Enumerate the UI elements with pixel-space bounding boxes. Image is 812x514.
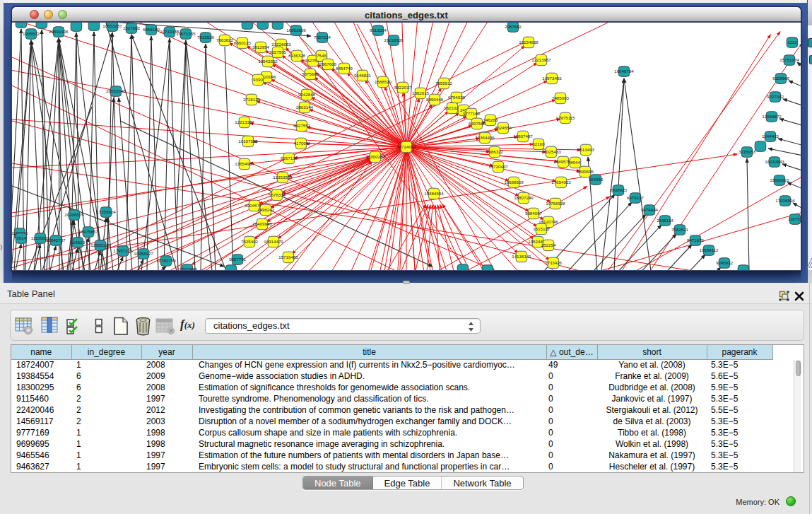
svg-text:1498242: 1498242 bbox=[257, 207, 275, 212]
svg-text:8944: 8944 bbox=[570, 160, 580, 165]
svg-text:16053809: 16053809 bbox=[286, 28, 306, 33]
svg-text:9245612: 9245612 bbox=[716, 260, 734, 265]
svg-text:9474444: 9474444 bbox=[641, 207, 659, 212]
svg-text:3215953: 3215953 bbox=[739, 149, 756, 154]
svg-text:8990448: 8990448 bbox=[426, 97, 444, 102]
svg-text:19218506: 19218506 bbox=[384, 37, 404, 42]
svg-text:6479197: 6479197 bbox=[627, 195, 645, 200]
svg-text:12942737: 12942737 bbox=[46, 238, 66, 243]
svg-text:19756928: 19756928 bbox=[546, 201, 565, 206]
svg-text:20691406: 20691406 bbox=[49, 29, 69, 34]
svg-text:13654987: 13654987 bbox=[235, 161, 254, 166]
svg-text:9242848: 9242848 bbox=[298, 92, 316, 97]
svg-text:8660123: 8660123 bbox=[234, 40, 252, 45]
svg-text:9427552: 9427552 bbox=[293, 123, 311, 128]
svg-text:8136328: 8136328 bbox=[288, 53, 306, 58]
svg-text:16648784: 16648784 bbox=[614, 69, 634, 74]
svg-text:23226053: 23226053 bbox=[271, 42, 291, 47]
svg-text:18724007: 18724007 bbox=[396, 144, 416, 149]
svg-text:1615112: 1615112 bbox=[533, 226, 550, 231]
svg-text:9227342: 9227342 bbox=[767, 94, 784, 99]
svg-text:5322037: 5322037 bbox=[394, 85, 412, 90]
svg-text:1905572: 1905572 bbox=[23, 31, 40, 36]
svg-text:7546: 7546 bbox=[317, 53, 326, 58]
svg-text:8471676: 8471676 bbox=[687, 238, 705, 243]
svg-text:12505175: 12505175 bbox=[90, 243, 110, 247]
svg-text:1112: 1112 bbox=[788, 40, 797, 45]
svg-text:7663822: 7663822 bbox=[216, 37, 234, 42]
svg-text:16154838: 16154838 bbox=[519, 40, 539, 45]
svg-text:6794028: 6794028 bbox=[448, 95, 466, 100]
svg-text:10671355: 10671355 bbox=[176, 31, 196, 36]
svg-text:16914479: 16914479 bbox=[264, 239, 283, 244]
svg-text:2803144: 2803144 bbox=[296, 105, 314, 110]
svg-text:12213957: 12213957 bbox=[531, 57, 551, 62]
svg-text:8938923: 8938923 bbox=[610, 187, 628, 192]
svg-text:1588520: 1588520 bbox=[375, 79, 392, 84]
svg-text:3914: 3914 bbox=[16, 235, 26, 240]
svg-text:2718129: 2718129 bbox=[243, 97, 261, 102]
svg-text:116753: 116753 bbox=[788, 216, 801, 221]
svg-text:17654923: 17654923 bbox=[551, 180, 571, 185]
svg-text:17359924: 17359924 bbox=[96, 209, 116, 214]
svg-text:1527602: 1527602 bbox=[123, 25, 141, 30]
svg-text:15720407: 15720407 bbox=[488, 164, 508, 169]
svg-text:1733426: 1733426 bbox=[545, 260, 563, 265]
svg-text:417006: 417006 bbox=[294, 141, 309, 146]
svg-text:9390: 9390 bbox=[253, 77, 263, 82]
svg-text:16210643: 16210643 bbox=[765, 159, 784, 164]
svg-text:12353594: 12353594 bbox=[273, 175, 293, 180]
svg-text:9699695: 9699695 bbox=[577, 169, 594, 174]
svg-text:9327505: 9327505 bbox=[269, 49, 287, 54]
svg-text:7986322: 7986322 bbox=[486, 149, 504, 154]
svg-text:62160: 62160 bbox=[532, 141, 545, 146]
svg-text:25300203: 25300203 bbox=[365, 154, 385, 159]
svg-text:9146821: 9146821 bbox=[354, 73, 372, 78]
svg-text:10688609: 10688609 bbox=[504, 180, 524, 185]
svg-text:9657791: 9657791 bbox=[229, 257, 247, 262]
svg-text:10973493: 10973493 bbox=[542, 76, 562, 81]
svg-text:21364436: 21364436 bbox=[475, 135, 495, 140]
svg-text:2967608: 2967608 bbox=[319, 62, 337, 66]
svg-text:18807249: 18807249 bbox=[514, 195, 534, 200]
svg-text:10653257: 10653257 bbox=[102, 23, 122, 28]
svg-text:2935114: 2935114 bbox=[657, 218, 673, 223]
svg-text:6466160: 6466160 bbox=[143, 27, 160, 32]
svg-text:10975857: 10975857 bbox=[78, 229, 98, 234]
svg-text:3875685: 3875685 bbox=[302, 71, 319, 76]
svg-text:7955812: 7955812 bbox=[435, 81, 453, 86]
svg-text:3912954: 3912954 bbox=[252, 45, 270, 49]
svg-text:15692921: 15692921 bbox=[770, 177, 789, 182]
svg-text:20206576: 20206576 bbox=[64, 212, 84, 217]
svg-text:10107553: 10107553 bbox=[238, 139, 258, 144]
svg-text:10025433: 10025433 bbox=[541, 149, 561, 154]
svg-text:9084067: 9084067 bbox=[525, 211, 543, 216]
svg-text:12923448: 12923448 bbox=[177, 267, 197, 270]
svg-text:17957223: 17957223 bbox=[113, 248, 133, 253]
svg-text:1362615: 1362615 bbox=[412, 90, 430, 95]
svg-text:19384554: 19384554 bbox=[424, 191, 444, 196]
svg-text:7932621: 7932621 bbox=[671, 227, 689, 232]
svg-text:10807487: 10807487 bbox=[513, 134, 533, 139]
svg-text:7625402: 7625402 bbox=[241, 239, 259, 244]
svg-text:9513403: 9513403 bbox=[577, 147, 595, 152]
svg-text:12093872: 12093872 bbox=[762, 114, 782, 119]
svg-text:7515526: 7515526 bbox=[197, 35, 215, 40]
svg-text:164095: 164095 bbox=[589, 177, 604, 182]
svg-text:16409948: 16409948 bbox=[252, 221, 272, 226]
svg-text:6497568: 6497568 bbox=[469, 121, 486, 126]
svg-text:10543352: 10543352 bbox=[258, 59, 278, 64]
svg-text:8267130: 8267130 bbox=[281, 156, 298, 160]
svg-text:15751074: 15751074 bbox=[779, 57, 799, 62]
svg-text:3624554: 3624554 bbox=[495, 125, 512, 130]
svg-text:2087682: 2087682 bbox=[505, 24, 522, 29]
svg-text:9777169: 9777169 bbox=[463, 111, 481, 116]
svg-text:114519: 114519 bbox=[71, 240, 86, 245]
svg-text:12213363: 12213363 bbox=[235, 119, 254, 124]
svg-text:10958127: 10958127 bbox=[134, 251, 153, 256]
svg-text:7357224: 7357224 bbox=[314, 35, 331, 40]
svg-text:8454749: 8454749 bbox=[336, 66, 353, 71]
svg-text:252254: 252254 bbox=[541, 243, 556, 247]
svg-text:20053346: 20053346 bbox=[106, 88, 126, 93]
svg-text:1244415: 1244415 bbox=[762, 134, 779, 139]
